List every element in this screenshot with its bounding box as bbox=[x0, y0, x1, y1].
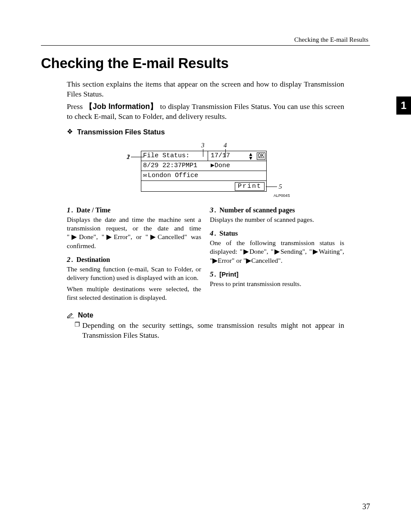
page-count: 17/17 bbox=[211, 152, 230, 160]
item-2-body-2: When multiple destinations were selected… bbox=[67, 285, 201, 302]
note-block: Note ❐ Depending on the security setting… bbox=[67, 311, 344, 340]
leader-5: 5 bbox=[266, 183, 282, 190]
ok-indicator: OK bbox=[257, 152, 265, 159]
job-information-key: Job Information bbox=[93, 102, 150, 111]
period: . bbox=[215, 230, 216, 237]
item-3-head: 3. Number of scanned pages bbox=[210, 206, 344, 215]
callout-5: 5 bbox=[279, 183, 282, 190]
item-5-body: Press to print transmission results. bbox=[210, 280, 344, 288]
item-number: 3 bbox=[210, 206, 214, 214]
destination-name: London Office bbox=[148, 172, 198, 180]
transmission-status-figure: 3 4 File Status: 17/17 ▲▼ OK 1 bbox=[111, 141, 300, 198]
description-columns: 1. Date / Time Displays the date and tim… bbox=[67, 206, 344, 307]
pencil-icon bbox=[67, 312, 75, 318]
period: . bbox=[215, 271, 216, 278]
destination-icon: ✉ bbox=[143, 172, 147, 180]
intro-paragraph-1: This section explains the items that app… bbox=[67, 79, 344, 99]
lcd-panel: File Status: 17/17 ▲▼ OK 1 8/29 22:37PMP… bbox=[141, 151, 267, 192]
print-button[interactable]: Print bbox=[235, 182, 265, 191]
text-fragment: Press bbox=[67, 102, 85, 111]
up-down-arrows-icon: ▲▼ bbox=[248, 152, 253, 160]
page-number: 37 bbox=[362, 502, 370, 511]
item-name: Destination bbox=[76, 256, 110, 263]
page-count-cell: 17/17 ▲▼ OK bbox=[208, 152, 266, 160]
note-heading: Note bbox=[67, 311, 344, 319]
page-title: Checking the E-mail Results bbox=[41, 55, 370, 72]
file-status-label: File Status: bbox=[141, 151, 208, 161]
item-1-body: Displays the date and time the machine s… bbox=[67, 215, 201, 250]
panel-header-row: File Status: 17/17 ▲▼ OK bbox=[141, 151, 266, 161]
note-bullet-icon: ❐ bbox=[75, 321, 82, 340]
period: . bbox=[72, 256, 73, 263]
subsection-title: Transmission Files Status bbox=[77, 128, 165, 136]
item-name: [Print] bbox=[219, 271, 238, 278]
open-bracket-icon: 【 bbox=[85, 102, 93, 111]
item-3-body: Displays the number of scanned pages. bbox=[210, 215, 344, 224]
item-1-head: 1. Date / Time bbox=[67, 206, 201, 215]
panel-row-3: Print bbox=[141, 181, 266, 191]
item-2-body: The sending function (e-mail, Scan to Fo… bbox=[67, 265, 201, 282]
running-head: Checking the E-mail Results bbox=[41, 36, 370, 44]
note-label: Note bbox=[78, 311, 93, 319]
status-cell: ▶Done bbox=[208, 162, 266, 170]
figure-code: ALP004S bbox=[111, 193, 290, 198]
right-column: 3. Number of scanned pages Displays the … bbox=[210, 206, 344, 307]
note-item: ❐ Depending on the security settings, so… bbox=[75, 321, 344, 340]
item-2-head: 2. Destination bbox=[67, 255, 201, 264]
close-bracket-icon: 】 bbox=[150, 102, 158, 111]
content-area: This section explains the items that app… bbox=[67, 79, 344, 340]
panel-row-1: 1 8/29 22:37PMP1 ▶Done bbox=[141, 161, 266, 171]
diamond-bullet-icon: ❖ bbox=[67, 128, 73, 135]
item-number: 5 bbox=[210, 270, 214, 278]
subsection-header: ❖ Transmission Files Status bbox=[67, 128, 344, 136]
period: . bbox=[215, 206, 216, 214]
callout-3: 3 bbox=[201, 141, 205, 149]
page: Checking the E-mail Results Checking the… bbox=[0, 0, 411, 532]
period: . bbox=[72, 206, 73, 214]
item-4-head: 4. Status bbox=[210, 229, 344, 238]
item-5-head: 5. [Print] bbox=[210, 270, 344, 279]
note-text: Depending on the security settings, some… bbox=[82, 321, 344, 340]
datetime-cell: 8/29 22:37PMP1 bbox=[141, 161, 208, 171]
panel-row-2: 2 ✉ London Office bbox=[141, 171, 266, 181]
callout-4: 4 bbox=[224, 141, 227, 149]
item-name: Status bbox=[219, 230, 238, 237]
item-number: 1 bbox=[67, 206, 71, 214]
leader-line bbox=[131, 157, 144, 157]
item-number: 4 bbox=[210, 229, 214, 237]
intro-paragraph-2: Press 【Job Information】 to display Trans… bbox=[67, 102, 344, 121]
header-rule bbox=[41, 45, 370, 46]
callout-2: 2 bbox=[127, 153, 130, 161]
item-number: 2 bbox=[67, 255, 71, 264]
item-name: Date / Time bbox=[76, 206, 110, 214]
leader-line bbox=[266, 187, 277, 187]
chapter-tab: 1 bbox=[396, 96, 411, 115]
item-name: Number of scanned pages bbox=[219, 206, 295, 214]
item-4-body: One of the following transmission status… bbox=[210, 239, 344, 264]
left-column: 1. Date / Time Displays the date and tim… bbox=[67, 206, 201, 307]
